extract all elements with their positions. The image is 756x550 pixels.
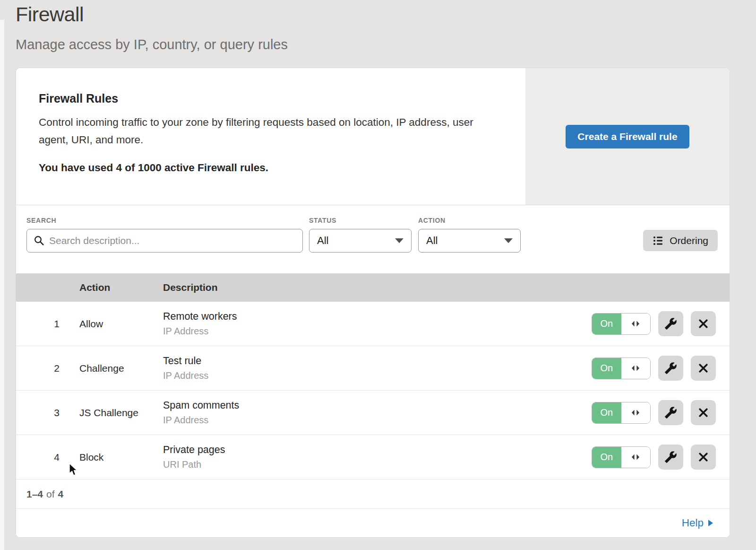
wrench-icon bbox=[664, 362, 677, 375]
wrench-icon bbox=[664, 406, 677, 419]
toggle-on-label: On bbox=[592, 358, 621, 379]
rule-controls: On bbox=[592, 311, 730, 336]
pagination-bar: 1–4 of 4 bbox=[16, 480, 730, 509]
page-subtitle: Manage access by IP, country, or query r… bbox=[16, 37, 288, 52]
rule-match-type: URI Path bbox=[163, 459, 592, 470]
rule-description-cell: Test rule IP Address bbox=[163, 355, 592, 381]
status-label: STATUS bbox=[309, 217, 412, 224]
rule-description-cell: Private pages URI Path bbox=[163, 444, 592, 470]
edit-rule-button[interactable] bbox=[658, 445, 683, 470]
card-footer: Help bbox=[16, 509, 730, 537]
left-right-arrows-icon bbox=[630, 454, 641, 461]
ordering-button[interactable]: Ordering bbox=[643, 230, 718, 251]
status-dropdown[interactable]: All bbox=[309, 229, 412, 253]
close-icon bbox=[697, 407, 709, 419]
rule-description-cell: Spam comments IP Address bbox=[163, 400, 592, 426]
toggle-handle bbox=[621, 402, 651, 423]
rule-match-type: IP Address bbox=[163, 370, 592, 381]
pagination-total: 4 bbox=[58, 489, 64, 500]
rules-summary-section: Firewall Rules Control incoming traffic … bbox=[16, 68, 730, 205]
wrench-icon bbox=[664, 317, 677, 330]
rule-description: Spam comments bbox=[163, 400, 592, 411]
rule-description: Remote workers bbox=[163, 311, 592, 323]
rule-priority-number: 1 bbox=[16, 318, 79, 330]
rule-enabled-toggle[interactable]: On bbox=[592, 446, 651, 468]
wrench-icon bbox=[664, 451, 677, 463]
search-icon bbox=[34, 235, 45, 246]
firewall-page: Firewall Manage access by IP, country, o… bbox=[0, 0, 756, 550]
rules-table-header: Action Description bbox=[16, 273, 730, 302]
chevron-down-icon bbox=[504, 238, 513, 243]
search-input[interactable] bbox=[26, 229, 303, 253]
column-header-action: Action bbox=[79, 282, 163, 293]
rule-description: Test rule bbox=[163, 355, 592, 367]
delete-rule-button[interactable] bbox=[691, 445, 716, 470]
rule-match-type: IP Address bbox=[163, 326, 592, 337]
help-arrow-icon bbox=[708, 520, 713, 526]
chevron-down-icon bbox=[395, 238, 404, 243]
create-firewall-rule-button[interactable]: Create a Firewall rule bbox=[566, 125, 689, 148]
ordering-list-icon bbox=[653, 235, 664, 246]
toggle-handle bbox=[621, 358, 651, 379]
left-edge-strip bbox=[0, 20, 4, 550]
status-filter-group: STATUS All bbox=[309, 217, 412, 253]
toggle-handle bbox=[621, 447, 651, 468]
pagination-range: 1–4 bbox=[26, 489, 43, 500]
action-dropdown[interactable]: All bbox=[418, 229, 521, 253]
firewall-rules-card: Firewall Rules Control incoming traffic … bbox=[16, 68, 730, 538]
left-right-arrows-icon bbox=[630, 320, 641, 327]
rules-heading: Firewall Rules bbox=[39, 92, 503, 105]
left-right-arrows-icon bbox=[630, 409, 641, 416]
table-row: 1 Allow Remote workers IP Address On bbox=[16, 302, 730, 346]
rule-action: Block bbox=[79, 452, 163, 463]
close-icon bbox=[697, 451, 709, 463]
rules-usage-count: You have used 4 of 1000 active Firewall … bbox=[39, 162, 503, 174]
search-label: SEARCH bbox=[26, 217, 303, 224]
status-dropdown-value: All bbox=[317, 235, 328, 247]
page-title: Firewall bbox=[16, 3, 84, 26]
rule-description-cell: Remote workers IP Address bbox=[163, 311, 592, 337]
rule-action: Challenge bbox=[79, 363, 163, 374]
column-header-description: Description bbox=[163, 282, 730, 293]
edit-rule-button[interactable] bbox=[658, 311, 683, 336]
action-dropdown-value: All bbox=[426, 235, 438, 247]
rule-description: Private pages bbox=[163, 444, 592, 456]
table-row: 3 JS Challenge Spam comments IP Address … bbox=[16, 391, 730, 435]
toggle-on-label: On bbox=[592, 402, 621, 423]
search-filter-group: SEARCH bbox=[26, 217, 303, 253]
mouse-cursor-icon bbox=[68, 463, 79, 477]
delete-rule-button[interactable] bbox=[691, 400, 716, 425]
rule-controls: On bbox=[592, 356, 730, 381]
rule-action: JS Challenge bbox=[79, 407, 163, 419]
ordering-button-label: Ordering bbox=[670, 235, 708, 246]
rule-enabled-toggle[interactable]: On bbox=[592, 402, 651, 424]
rule-priority-number: 4 bbox=[16, 452, 79, 463]
toggle-on-label: On bbox=[592, 447, 621, 468]
rule-match-type: IP Address bbox=[163, 415, 592, 426]
toggle-handle bbox=[621, 314, 651, 334]
rule-enabled-toggle[interactable]: On bbox=[592, 313, 651, 335]
left-right-arrows-icon bbox=[630, 365, 641, 372]
table-row: 2 Challenge Test rule IP Address On bbox=[16, 346, 730, 391]
rule-priority-number: 3 bbox=[16, 407, 79, 419]
close-icon bbox=[697, 362, 709, 374]
delete-rule-button[interactable] bbox=[691, 356, 716, 381]
action-label: ACTION bbox=[418, 217, 521, 224]
filters-bar: SEARCH STATUS All ACTION bbox=[16, 205, 730, 273]
rule-controls: On bbox=[592, 400, 730, 425]
action-filter-group: ACTION All bbox=[418, 217, 521, 253]
help-link[interactable]: Help bbox=[682, 517, 713, 529]
edit-rule-button[interactable] bbox=[658, 356, 683, 381]
close-icon bbox=[697, 318, 709, 330]
rule-action: Allow bbox=[79, 318, 163, 330]
table-row: 4 Block Private pages URI Path On bbox=[16, 435, 730, 480]
edit-rule-button[interactable] bbox=[658, 400, 683, 425]
help-link-label: Help bbox=[682, 517, 704, 529]
delete-rule-button[interactable] bbox=[691, 311, 716, 336]
rule-enabled-toggle[interactable]: On bbox=[592, 358, 651, 379]
pagination-of: of bbox=[46, 489, 55, 500]
toggle-on-label: On bbox=[592, 314, 621, 334]
rules-description: Control incoming traffic to your zone by… bbox=[39, 113, 485, 148]
rules-summary-text: Firewall Rules Control incoming traffic … bbox=[16, 68, 525, 205]
rule-priority-number: 2 bbox=[16, 363, 79, 374]
